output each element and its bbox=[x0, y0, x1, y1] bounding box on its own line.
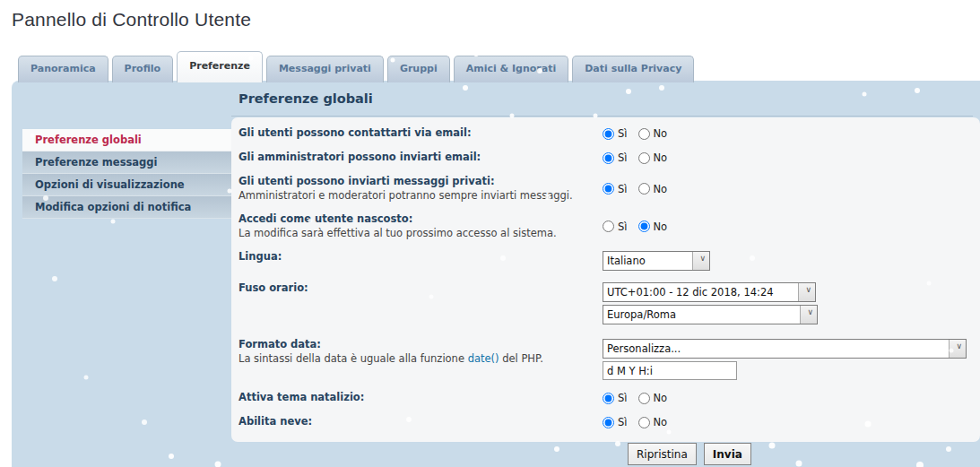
date-function-link[interactable]: date() bbox=[468, 352, 499, 365]
radio-no[interactable] bbox=[638, 128, 650, 140]
timezone-location-select-wrapper: Europa/Roma bbox=[603, 305, 818, 324]
row-label: Formato data: bbox=[238, 338, 581, 351]
row-label: Attiva tema natalizio: bbox=[238, 391, 581, 404]
content-heading: Preferenze globali bbox=[231, 81, 973, 106]
row-label: Gli amministratori possono inviarti emai… bbox=[238, 151, 581, 164]
language-select-wrapper: Italiano bbox=[603, 251, 710, 271]
row-label: Gli utenti possono inviarti messaggi pri… bbox=[238, 175, 581, 188]
radio-contact-email: Sì No bbox=[603, 126, 678, 140]
row-christmas-theme: Attiva tema natalizio: Sì No bbox=[238, 387, 971, 408]
radio-private-messages: Sì No bbox=[603, 175, 678, 202]
radio-hidden-user: Sì No bbox=[603, 212, 678, 239]
row-label: Gli utenti possono contattarti via email… bbox=[238, 126, 581, 140]
sidebar-item-preferenze-messaggi[interactable]: Preferenze messaggi bbox=[22, 151, 231, 174]
row-label: Accedi come utente nascosto: bbox=[238, 212, 647, 226]
radio-no-label: No bbox=[654, 392, 668, 404]
tab-gruppi[interactable]: Gruppi bbox=[387, 56, 450, 82]
date-format-input[interactable] bbox=[603, 361, 737, 380]
sidebar-item-preferenze-globali[interactable]: Preferenze globali bbox=[22, 129, 231, 151]
radio-enable-snow: Sì No bbox=[603, 415, 678, 428]
date-format-select[interactable]: Personalizza... bbox=[603, 339, 967, 359]
radio-yes[interactable] bbox=[603, 183, 614, 195]
radio-yes[interactable] bbox=[603, 417, 614, 428]
submit-button[interactable]: Invia bbox=[704, 443, 751, 465]
radio-no-label: No bbox=[654, 183, 668, 195]
radio-yes[interactable] bbox=[603, 152, 614, 164]
snow-overlay bbox=[0, 0, 2, 2]
row-contact-email: Gli utenti possono contattarti via email… bbox=[238, 123, 971, 143]
sidebar-item-opzioni-notifica[interactable]: Modifica opzioni di notifica bbox=[22, 196, 231, 219]
radio-no-label: No bbox=[654, 127, 668, 140]
reset-button[interactable]: Ripristina bbox=[628, 443, 697, 465]
tab-profilo[interactable]: Profilo bbox=[112, 56, 174, 82]
description-text: La sintassi della data è uguale alla fun… bbox=[238, 352, 468, 365]
sidebar-item-opzioni-visualizzazione[interactable]: Opzioni di visualizzazione bbox=[22, 174, 231, 196]
radio-yes[interactable] bbox=[603, 128, 614, 140]
row-label: Lingua: bbox=[238, 250, 581, 264]
radio-no[interactable] bbox=[638, 221, 650, 232]
row-label: Fuso orario: bbox=[238, 281, 581, 295]
radio-yes[interactable] bbox=[603, 393, 614, 404]
radio-christmas-theme: Sì No bbox=[603, 391, 678, 404]
row-description: La sintassi della data è uguale alla fun… bbox=[238, 352, 581, 365]
radio-no-label: No bbox=[654, 416, 668, 428]
radio-no[interactable] bbox=[638, 183, 650, 195]
radio-no[interactable] bbox=[638, 393, 650, 404]
radio-yes-label: Sì bbox=[618, 151, 628, 164]
radio-yes-label: Sì bbox=[618, 416, 628, 428]
tab-bar: Panoramica Profilo Preferenze Messaggi p… bbox=[18, 51, 698, 82]
tab-preferenze[interactable]: Preferenze bbox=[177, 51, 263, 82]
radio-yes[interactable] bbox=[603, 221, 614, 232]
tab-messaggi-privati[interactable]: Messaggi privati bbox=[266, 56, 384, 82]
radio-no[interactable] bbox=[638, 152, 650, 164]
radio-yes-label: Sì bbox=[618, 392, 628, 404]
sidebar-menu: Preferenze globali Preferenze messaggi O… bbox=[22, 129, 231, 219]
tab-panoramica[interactable]: Panoramica bbox=[18, 56, 108, 82]
preferences-form: Gli utenti possono contattarti via email… bbox=[231, 117, 980, 442]
row-hidden-user: Accedi come utente nascosto: La modifica… bbox=[238, 209, 971, 243]
tab-dati-privacy[interactable]: Dati sulla Privacy bbox=[572, 56, 694, 82]
row-private-messages: Gli utenti possono inviarti messaggi pri… bbox=[238, 171, 971, 205]
radio-admin-email: Sì No bbox=[603, 151, 678, 164]
radio-yes-label: Sì bbox=[618, 127, 628, 140]
description-text: del PHP. bbox=[499, 352, 543, 365]
page-title: Pannello di Controllo Utente bbox=[12, 9, 251, 30]
content-heading-bar: Preferenze globali bbox=[231, 81, 973, 117]
radio-yes-label: Sì bbox=[618, 183, 628, 195]
ucp-panel: Preferenze globali Preferenze globali Pr… bbox=[12, 81, 980, 467]
radio-yes-label: Sì bbox=[618, 221, 628, 233]
row-date-format: Formato data: La sintassi della data è u… bbox=[238, 334, 971, 384]
row-enable-snow: Abilita neve: Sì No bbox=[238, 411, 971, 432]
row-description: La modifica sarà effettiva al tuo prossi… bbox=[238, 227, 647, 239]
timezone-select-wrapper: UTC+01:00 - 12 dic 2018, 14:24 bbox=[603, 282, 816, 302]
date-format-select-wrapper: Personalizza... bbox=[603, 339, 967, 359]
timezone-location-select[interactable]: Europa/Roma bbox=[603, 305, 818, 324]
row-description: Amministratori e moderatori potranno sem… bbox=[238, 189, 581, 202]
language-select[interactable]: Italiano bbox=[603, 251, 710, 271]
radio-no-label: No bbox=[654, 151, 668, 164]
radio-no[interactable] bbox=[638, 417, 650, 428]
timezone-select[interactable]: UTC+01:00 - 12 dic 2018, 14:24 bbox=[603, 282, 816, 302]
row-language: Lingua: Italiano bbox=[238, 246, 971, 274]
row-timezone: Fuso orario: UTC+01:00 - 12 dic 2018, 14… bbox=[238, 278, 971, 331]
row-admin-email: Gli amministratori possono inviarti emai… bbox=[238, 147, 971, 168]
tab-amici-ignorati[interactable]: Amici & Ignorati bbox=[454, 56, 569, 82]
row-label: Abilita neve: bbox=[238, 415, 581, 428]
radio-no-label: No bbox=[654, 221, 668, 233]
form-footer: Ripristina Invia bbox=[628, 443, 759, 465]
